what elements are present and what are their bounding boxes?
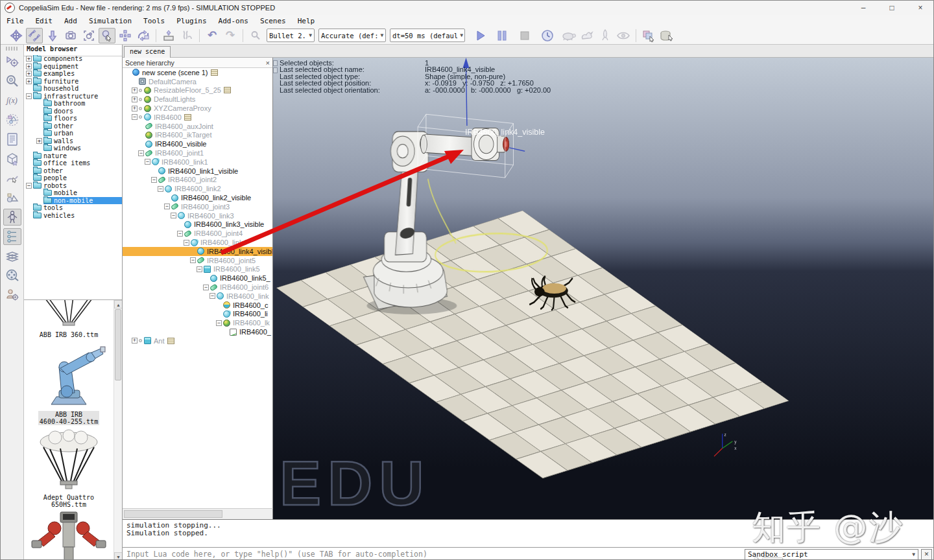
layers-icon[interactable] [3, 248, 21, 264]
primitives-icon[interactable] [3, 189, 21, 206]
expand-icon[interactable]: − [132, 114, 138, 120]
model-folder-walls[interactable]: +walls [24, 137, 122, 145]
model-folder-people[interactable]: people [24, 174, 122, 182]
expand-icon[interactable]: + [36, 138, 42, 144]
user-settings-icon[interactable] [3, 286, 21, 303]
hierarchy-item-ResizableFloor_5_25[interactable]: +ResizableFloor_5_25 [123, 86, 273, 95]
physics-engine-combo[interactable]: Bullet 2.▼ [267, 29, 315, 42]
expand-icon[interactable]: − [197, 266, 202, 272]
menu-addons[interactable]: Add-ons [213, 15, 254, 27]
expand-icon[interactable]: + [26, 71, 32, 76]
hierarchy-item-IRB4600_link2[interactable]: −IRB4600_link2 [123, 184, 273, 193]
expand-icon[interactable]: + [132, 97, 138, 102]
page-selector-icon[interactable] [273, 67, 278, 73]
hierarchy-item-XYZCameraProxy[interactable]: +XYZCameraProxy [123, 104, 273, 113]
expand-icon[interactable]: + [26, 56, 32, 62]
undo-icon[interactable]: ↶ [204, 28, 221, 43]
model-item-dualarm[interactable] [24, 511, 114, 560]
collections-icon[interactable] [3, 111, 21, 128]
hierarchy-item-IRB4600_link4[interactable]: −IRB4600_link4 [123, 238, 273, 247]
hierarchy-item-Ant[interactable]: +Ant [123, 336, 273, 345]
expand-icon[interactable]: + [132, 338, 138, 344]
transfer-dna-icon[interactable] [178, 28, 195, 43]
model-folder-non-mobile[interactable]: non-mobile [24, 197, 122, 205]
assemble-icon[interactable] [160, 28, 177, 43]
close-button[interactable]: × [906, 1, 934, 15]
model-folder-windows[interactable]: windows [24, 145, 122, 152]
expand-icon[interactable]: + [132, 106, 138, 111]
hierarchy-item-IRB4600_[interactable]: IRB4600_ [123, 327, 273, 336]
visibility-dot-icon[interactable] [139, 115, 142, 119]
model-folder-vehicles[interactable]: vehicles [24, 212, 122, 220]
object-select-icon[interactable] [99, 28, 115, 43]
expand-icon[interactable]: − [184, 240, 189, 246]
model-folder-infrastructure[interactable]: −infrastructure [24, 93, 122, 100]
sim-settings-icon[interactable] [3, 53, 21, 70]
redo-icon[interactable]: ↷ [222, 28, 239, 43]
hierarchy-item-IRB4600_link5_[interactable]: IRB4600_link5_ [123, 274, 273, 283]
scripts-icon[interactable] [3, 131, 21, 148]
expand-icon[interactable]: − [138, 150, 144, 156]
visibility-icon[interactable] [615, 28, 632, 43]
find-icon[interactable] [3, 73, 21, 89]
expand-icon[interactable]: − [210, 293, 215, 299]
menu-scenes[interactable]: Scenes [254, 15, 292, 27]
expand-icon[interactable]: − [26, 93, 32, 99]
model-item-irb360[interactable]: ABB IRB 360.ttm [24, 300, 114, 338]
expand-icon[interactable]: − [26, 183, 32, 189]
threaded-rendering-icon[interactable] [597, 28, 614, 43]
hierarchy-item-IRB4600_link[interactable]: −IRB4600_link [123, 292, 273, 301]
menu-edit[interactable]: Edit [30, 15, 59, 27]
close-icon[interactable]: × [266, 59, 270, 67]
model-folder-examples[interactable]: +examples [24, 70, 122, 78]
hierarchy-item-IRB4600_link3[interactable]: −IRB4600_link3 [123, 211, 273, 220]
hierarchy-item-IRB4600_auxJoint[interactable]: IRB4600_auxJoint [123, 122, 273, 131]
hierarchy-item-IRB4600_link3_visible[interactable]: IRB4600_link3_visible [123, 220, 273, 229]
visibility-dot-icon[interactable] [139, 339, 142, 342]
calc-modules-icon[interactable]: ʃ(x) [3, 92, 21, 109]
object-shift-icon[interactable] [117, 28, 134, 43]
visibility-dot-icon[interactable] [139, 89, 142, 92]
hierarchy-item-IRB4600_li[interactable]: IRB4600_li [123, 310, 273, 319]
menu-file[interactable]: File [1, 15, 30, 27]
play-icon[interactable] [472, 28, 489, 43]
hierarchy-item-DefaultLights[interactable]: +DefaultLights [123, 95, 273, 104]
hierarchy-item-IRB4600_link1_visible[interactable]: IRB4600_link1_visible [123, 167, 273, 176]
maximize-button[interactable]: □ [878, 1, 906, 15]
model-item-irb4600[interactable]: ABB IRB4600-40-255.ttm [24, 341, 114, 426]
close-icon[interactable]: ✕ [921, 549, 932, 560]
scene-hierarchy-icon[interactable] [3, 228, 21, 245]
viewport-3d[interactable]: z y x Selected objects:1 Last selected o… [273, 58, 934, 519]
stack-icon[interactable] [658, 28, 675, 43]
slower-icon[interactable] [560, 28, 577, 43]
hierarchy-item-IRB4600_visible[interactable]: IRB4600_visible [123, 139, 273, 148]
model-folder-equipment[interactable]: +equipment [24, 63, 122, 71]
model-folder-other[interactable]: other [24, 167, 122, 175]
recorder-icon[interactable] [3, 267, 21, 284]
expand-icon[interactable]: − [145, 159, 150, 165]
page-duplicate-icon[interactable] [640, 28, 657, 43]
menu-tools[interactable]: Tools [138, 15, 171, 27]
expand-icon[interactable]: − [158, 186, 163, 192]
scrollbar-thumb[interactable] [124, 510, 222, 518]
expand-icon[interactable]: − [177, 231, 183, 237]
hierarchy-item-IRB4600_link5[interactable]: −IRB4600_link5 [123, 265, 273, 274]
model-browser-icon[interactable] [3, 209, 21, 226]
hierarchy-item-DefaultCamera[interactable]: DefaultCamera [123, 77, 273, 86]
page-selector-icon[interactable] [273, 60, 278, 66]
dock-handle[interactable] [6, 47, 19, 51]
hierarchy-hscrollbar[interactable] [123, 508, 273, 519]
script-icon[interactable] [211, 69, 218, 76]
expand-icon[interactable]: − [151, 177, 157, 183]
visibility-dot-icon[interactable] [139, 107, 142, 110]
expand-icon[interactable]: + [26, 64, 32, 69]
menu-plugins[interactable]: Plugins [171, 15, 212, 27]
hierarchy-item-IRB4600_lk[interactable]: −IRB4600_lk [123, 318, 273, 327]
menu-help[interactable]: Help [292, 15, 321, 27]
lua-code-input[interactable]: Input Lua code here, or type "help()" (u… [123, 550, 745, 559]
model-folder-tools[interactable]: tools [24, 204, 122, 212]
expand-icon[interactable]: + [26, 78, 32, 84]
script-target-combo[interactable]: Sandbox script▼ [745, 549, 918, 560]
path-edit-icon[interactable] [3, 170, 21, 187]
hierarchy-item-IRB4600_c[interactable]: IRB4600_c [123, 301, 273, 310]
